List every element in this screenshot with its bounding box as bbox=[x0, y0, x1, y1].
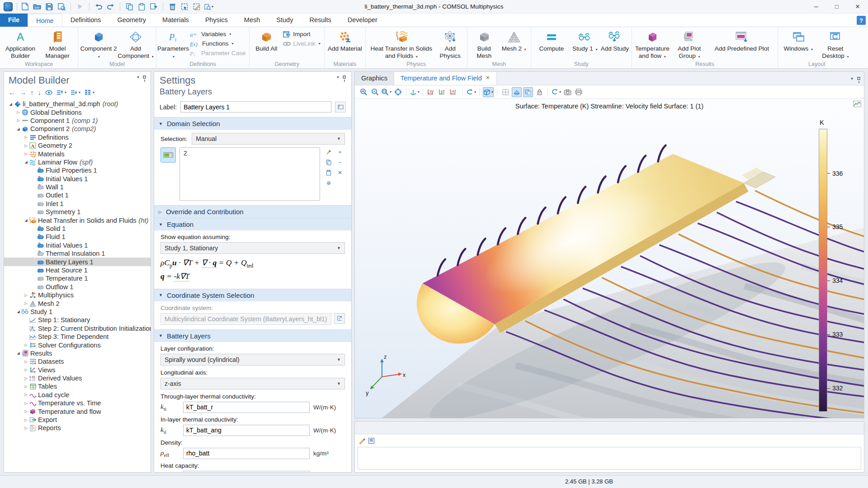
ribbon-tab-study[interactable]: Study bbox=[268, 14, 301, 27]
node-options-button[interactable]: ▾ bbox=[85, 89, 94, 95]
tree-item-solver-configurations[interactable]: ▷Solver Configurations bbox=[4, 341, 151, 349]
tree-item-reports[interactable]: ▷Reports bbox=[4, 424, 151, 432]
tree-item-mesh-2[interactable]: ▷Mesh 2 bbox=[4, 299, 151, 307]
mesh-2-button[interactable]: Mesh 2 ▾ bbox=[499, 28, 529, 53]
add-component-button[interactable]: Add Component ▾ bbox=[117, 28, 154, 60]
build-all-button[interactable]: Build All bbox=[251, 28, 281, 52]
graphics-tab-temperature-and-flow-field[interactable]: Temperature and Flow Field✕ bbox=[394, 72, 497, 85]
tree-item-wall-1[interactable]: DWall 1 bbox=[4, 183, 151, 191]
zoom-in-button[interactable] bbox=[359, 87, 368, 97]
collapsed-arrow-icon[interactable]: ▷ bbox=[23, 401, 29, 405]
expanded-arrow-icon[interactable]: ◢ bbox=[23, 218, 29, 222]
ribbon-tab-geometry[interactable]: Geometry bbox=[109, 14, 154, 27]
collapsed-arrow-icon[interactable]: ▷ bbox=[23, 293, 29, 297]
ribbon-tab-developer[interactable]: Developer bbox=[340, 14, 386, 27]
ribbon-tab-mesh[interactable]: Mesh bbox=[236, 14, 268, 27]
collapsed-arrow-icon[interactable]: ▷ bbox=[23, 301, 29, 305]
tree-item-temperature-vs-time[interactable]: ▷Temperature vs. Time bbox=[4, 399, 151, 407]
tree-item-step-3-time-dependent[interactable]: Step 3: Time Dependent bbox=[4, 333, 151, 341]
run-icon[interactable] bbox=[75, 2, 85, 11]
tree-item-symmetry-1[interactable]: Symmetry 1 bbox=[4, 208, 151, 216]
lock-button[interactable] bbox=[534, 87, 544, 97]
expanded-arrow-icon[interactable]: ◢ bbox=[15, 310, 21, 314]
tree-item-load-cycle[interactable]: ▷Load cycle bbox=[4, 391, 151, 399]
expand-all-button[interactable]: ▾ bbox=[71, 89, 80, 95]
edit-node-icon[interactable] bbox=[192, 2, 201, 11]
undo-icon[interactable] bbox=[94, 2, 103, 11]
collapsed-arrow-icon[interactable]: ▷ bbox=[23, 385, 29, 389]
help-button[interactable]: ? bbox=[857, 16, 866, 25]
delete-icon[interactable] bbox=[168, 2, 177, 11]
move-down-button[interactable]: ↓ bbox=[38, 89, 42, 96]
tree-item-export[interactable]: ▷Export bbox=[4, 416, 151, 424]
add-predefined-plot-button[interactable]: Add Predefined Plot bbox=[708, 28, 776, 52]
ribbon-tab-physics[interactable]: Physics bbox=[197, 14, 236, 27]
clear-selection-button[interactable]: ✕ bbox=[335, 168, 345, 177]
clip-plane-button[interactable] bbox=[512, 87, 522, 97]
transparency-button[interactable] bbox=[523, 87, 533, 97]
panel-menu-chevron-icon[interactable]: ▾ bbox=[851, 76, 853, 81]
add-material-button[interactable]: Add Material bbox=[326, 28, 363, 52]
create-selection-button[interactable] bbox=[324, 147, 334, 156]
tree-item-heat-transfer-in-solids-and-fluids[interactable]: ◢Heat Transfer in Solids and Fluids(ht) bbox=[4, 216, 151, 224]
tree-item-datasets[interactable]: ▷Datasets bbox=[4, 357, 151, 366]
compute-button[interactable]: Compute bbox=[533, 28, 570, 52]
reset-desktop-button[interactable]: Reset Desktop ▾ bbox=[817, 28, 854, 60]
field-input-1[interactable] bbox=[183, 425, 310, 436]
expanded-arrow-icon[interactable]: ◢ bbox=[23, 160, 29, 164]
ribbon-tab-results[interactable]: Results bbox=[301, 14, 339, 27]
build-mesh-button[interactable]: Build Mesh bbox=[469, 28, 499, 59]
tree-item-laminar-flow[interactable]: ◢*Laminar Flow(spf) bbox=[4, 158, 151, 166]
selection-combobox[interactable]: Manual▼ bbox=[192, 133, 345, 145]
close-tab-icon[interactable]: ✕ bbox=[486, 75, 490, 85]
minimize-button[interactable]: ─ bbox=[806, 0, 826, 14]
scene-grid-button[interactable] bbox=[500, 87, 510, 97]
tree-item-initial-values-1[interactable]: DInitial Values 1 bbox=[4, 241, 151, 249]
save-icon[interactable] bbox=[45, 2, 54, 11]
clear-messages-icon[interactable] bbox=[359, 437, 365, 444]
collapsed-arrow-icon[interactable]: ▷ bbox=[23, 409, 29, 413]
heat-transfer-in-solids-and-fluids-button[interactable]: Heat Transfer in Solids and Fluids ▾ bbox=[368, 28, 435, 60]
duplicate-icon[interactable] bbox=[149, 2, 158, 11]
collapsed-arrow-icon[interactable]: ▷ bbox=[15, 110, 21, 114]
expanded-arrow-icon[interactable]: ◢ bbox=[15, 127, 21, 131]
print-button[interactable] bbox=[574, 87, 584, 97]
collapsed-arrow-icon[interactable]: ▷ bbox=[23, 418, 29, 422]
maximize-button[interactable]: □ bbox=[826, 0, 847, 14]
open-icon[interactable] bbox=[33, 2, 42, 11]
tree-item-materials[interactable]: ▷Materials bbox=[4, 150, 151, 158]
collapsed-arrow-icon[interactable]: ▷ bbox=[23, 135, 29, 139]
parameters-button[interactable]: PiParameters ▾ bbox=[158, 28, 188, 60]
update-plot-button[interactable]: ▾ bbox=[551, 87, 561, 97]
tree-item-li-battery-thermal-3d-mph[interactable]: ◢li_battery_thermal_3d.mph(root) bbox=[4, 100, 151, 108]
tree-item-temperature-and-flow[interactable]: ▷Temperature and flow bbox=[4, 407, 151, 415]
application-builder-button[interactable]: AApplication Builder bbox=[2, 28, 39, 59]
tree-item-multiphysics[interactable]: ▷Multiphysics bbox=[4, 291, 151, 299]
windows-button[interactable]: Windows ▾ bbox=[780, 28, 817, 53]
panel-menu-chevron-icon[interactable]: ▾ bbox=[337, 75, 339, 80]
default-view-button[interactable]: ▾ bbox=[410, 87, 420, 97]
paste-icon[interactable] bbox=[137, 2, 146, 11]
back-button[interactable]: ← bbox=[9, 89, 15, 96]
pin-icon[interactable] bbox=[143, 75, 146, 79]
livelink-button[interactable]: LiveLink▾ bbox=[283, 40, 321, 47]
parameter-case-button[interactable]: PiParameter Case bbox=[190, 50, 245, 56]
collapsed-arrow-icon[interactable]: ▷ bbox=[23, 426, 29, 430]
projection-button[interactable]: ▾ bbox=[483, 87, 494, 97]
tree-item-outlet-1[interactable]: Outlet 1 bbox=[4, 191, 151, 199]
tree-item-solid-1[interactable]: DSolid 1 bbox=[4, 225, 151, 233]
tree-item-outflow-1[interactable]: Outflow 1 bbox=[4, 283, 151, 291]
collapsed-arrow-icon[interactable]: ▷ bbox=[23, 343, 29, 347]
collapsed-arrow-icon[interactable]: ▷ bbox=[23, 360, 29, 364]
collapsed-arrow-icon[interactable]: ▷ bbox=[23, 393, 29, 397]
tree-item-fluid-properties-1[interactable]: DFluid Properties 1 bbox=[4, 166, 151, 174]
tree-item-study-1[interactable]: ◢Study 1 bbox=[4, 308, 151, 316]
label-input[interactable] bbox=[180, 101, 331, 113]
tree-item-component-1[interactable]: ▷Component 1(comp 1) bbox=[4, 117, 151, 125]
zoom-box-button[interactable]: ▾ bbox=[381, 87, 392, 97]
tree-item-heat-source-1[interactable]: Heat Source 1 bbox=[4, 266, 151, 274]
field-input-3[interactable] bbox=[183, 471, 310, 473]
tree-item-results[interactable]: ◢Results bbox=[4, 349, 151, 357]
model-manager-button[interactable]: Model Manager bbox=[39, 28, 76, 59]
equation-study-combobox[interactable]: Study 1, Stationary▼ bbox=[160, 242, 345, 254]
